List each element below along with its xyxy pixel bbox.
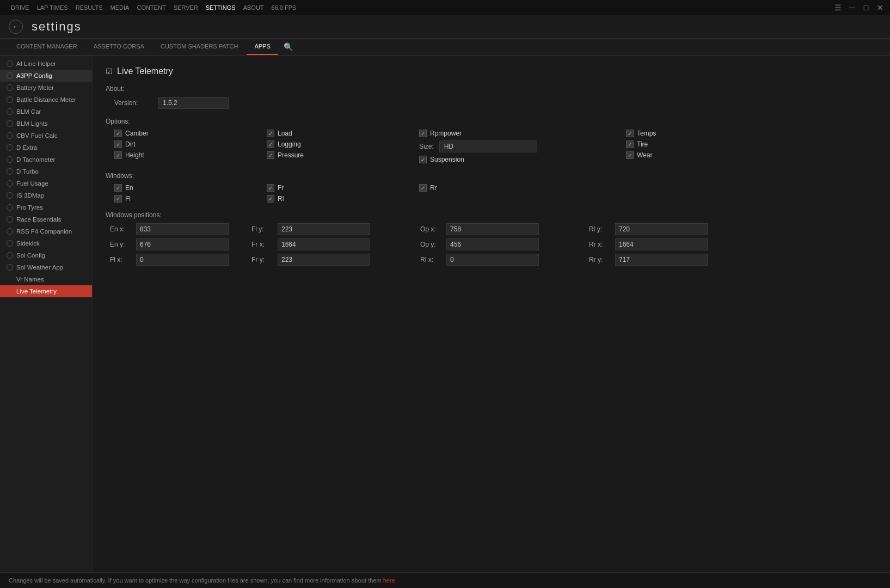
title-check-icon[interactable]: ☑ [106, 67, 113, 76]
checkbox-suspension[interactable]: Suspension [419, 156, 626, 163]
sidebar-dot [7, 108, 13, 115]
checkbox-wear[interactable]: Wear [626, 151, 778, 159]
checkbox-dirt[interactable]: Dirt [114, 140, 267, 148]
footer-text: Changes will be saved automatically. If … [9, 577, 382, 584]
search-icon[interactable]: 🔍 [284, 42, 293, 51]
logging-label: Logging [278, 140, 301, 148]
checkbox-en[interactable]: En [114, 184, 267, 192]
checkbox-rr[interactable]: Rr [419, 184, 572, 192]
en-checkbox[interactable] [114, 184, 122, 192]
version-input[interactable] [158, 97, 229, 109]
temps-checkbox[interactable] [626, 130, 634, 137]
positions-col2: Fl y: Fr x: Fr y: [251, 223, 420, 266]
rpmpower-label: Rpmpower [430, 130, 462, 137]
maximize-button[interactable]: □ [862, 3, 870, 12]
sidebar-item-battle-distance-meter[interactable]: Battle Distance Meter [0, 94, 92, 106]
checkbox-height[interactable]: Height [114, 151, 267, 159]
pos-opx-input[interactable] [446, 223, 539, 235]
nav-settings[interactable]: SETTINGS [206, 4, 236, 11]
size-input[interactable] [439, 140, 537, 152]
sidebar-item-a3pp-config[interactable]: A3PP Config [0, 70, 92, 82]
load-checkbox[interactable] [267, 130, 274, 137]
sidebar-item-race-essentials[interactable]: Race Essentials [0, 213, 92, 225]
pos-fly-input[interactable] [278, 223, 370, 235]
back-button[interactable]: ← [9, 20, 23, 34]
sidebar-dot [7, 84, 13, 91]
tab-assetto-corsa[interactable]: ASSETTO CORSA [86, 39, 152, 55]
sidebar-item-sol-weather-app[interactable]: Sol Weather App [0, 261, 92, 273]
tab-content-manager[interactable]: CONTENT MANAGER [9, 39, 85, 55]
sidebar-item-rss-f4[interactable]: RSS F4 Companion [0, 225, 92, 237]
nav-server[interactable]: SERVER [174, 4, 198, 11]
minimize-button[interactable]: ─ [848, 3, 856, 12]
checkbox-pressure[interactable]: Pressure [267, 151, 419, 159]
checkbox-temps[interactable]: Temps [626, 130, 778, 137]
checkbox-fl[interactable]: Fl [114, 195, 267, 203]
pos-flx-input[interactable] [136, 254, 229, 266]
windows-col1: En Fl [114, 184, 267, 203]
pos-enx-input[interactable] [136, 223, 229, 235]
sidebar-item-d-turbo[interactable]: D Turbo [0, 166, 92, 177]
wear-checkbox[interactable] [626, 151, 634, 159]
rr-checkbox[interactable] [419, 184, 427, 192]
sidebar-label: D Extra [16, 144, 37, 151]
nav-drive[interactable]: DRIVE [11, 4, 29, 11]
pos-rly-input[interactable] [615, 223, 708, 235]
nav-about[interactable]: ABOUT [243, 4, 264, 11]
sidebar-dot-active [7, 288, 13, 295]
sidebar-item-fuel-usage[interactable]: Fuel Usage [0, 177, 92, 189]
checkbox-camber[interactable]: Camber [114, 130, 267, 137]
about-section: About: Version: [106, 85, 877, 109]
nav-media[interactable]: MEDIA [111, 4, 130, 11]
sidebar-item-ai-line-helper[interactable]: AI Line Helper [0, 58, 92, 70]
pos-opy-input[interactable] [446, 238, 539, 250]
sidebar-item-pro-tyres[interactable]: Pro Tyres [0, 201, 92, 213]
nav-content[interactable]: CONTENT [137, 4, 165, 11]
pos-eny-input[interactable] [136, 238, 229, 250]
checkbox-logging[interactable]: Logging [267, 140, 419, 148]
sidebar-item-is-3dmap[interactable]: IS 3DMap [0, 189, 92, 201]
camber-checkbox[interactable] [114, 130, 122, 137]
sidebar-item-blm-car[interactable]: BLM Car [0, 106, 92, 118]
footer-link[interactable]: here. [383, 577, 397, 584]
checkbox-rl[interactable]: Rl [267, 195, 419, 203]
close-button[interactable]: ✕ [876, 3, 885, 12]
sidebar-label: Vr Names [16, 276, 44, 283]
height-checkbox[interactable] [114, 151, 122, 159]
checkbox-load[interactable]: Load [267, 130, 419, 137]
sidebar-item-cbv-fuel-calc[interactable]: CBV Fuel Calc [0, 130, 92, 142]
checkbox-tire[interactable]: Tire [626, 140, 778, 148]
tab-apps[interactable]: APPS [247, 39, 278, 55]
pos-frx-input[interactable] [278, 238, 370, 250]
pos-fry-input[interactable] [278, 254, 370, 266]
pos-rrx-input[interactable] [615, 238, 708, 250]
nav-results[interactable]: RESULTS [76, 4, 103, 11]
rl-checkbox[interactable] [267, 195, 274, 203]
nav-laptimes[interactable]: LAP TIMES [37, 4, 68, 11]
rpmpower-checkbox[interactable] [419, 130, 427, 137]
fr-checkbox[interactable] [267, 184, 274, 192]
fl-label: Fl [125, 195, 131, 203]
tire-checkbox[interactable] [626, 140, 634, 148]
pos-rlx-input[interactable] [446, 254, 539, 266]
sidebar-item-live-telemetry[interactable]: Live Telemetry [0, 285, 92, 297]
checkbox-rpmpower[interactable]: Rpmpower [419, 130, 626, 137]
pos-rry-label: Rr y: [589, 256, 612, 264]
sidebar-item-sol-config[interactable]: Sol Config [0, 249, 92, 261]
tab-custom-shaders[interactable]: CUSTOM SHADERS PATCH [153, 39, 245, 55]
sidebar-item-d-extra[interactable]: D Extra [0, 142, 92, 154]
sidebar-item-d-tachometer[interactable]: D Tachometer [0, 154, 92, 166]
sidebar-label: RSS F4 Companion [16, 228, 72, 235]
pos-rry-input[interactable] [615, 254, 708, 266]
menu-button[interactable]: ☰ [833, 3, 842, 12]
sidebar-item-sidekick[interactable]: Sidekick [0, 237, 92, 249]
pressure-checkbox[interactable] [267, 151, 274, 159]
window-controls: ☰ ─ □ ✕ [833, 3, 885, 12]
fl-checkbox[interactable] [114, 195, 122, 203]
logging-checkbox[interactable] [267, 140, 274, 148]
suspension-checkbox[interactable] [419, 156, 427, 163]
dirt-checkbox[interactable] [114, 140, 122, 148]
sidebar-item-blm-lights[interactable]: BLM Lights [0, 118, 92, 130]
checkbox-fr[interactable]: Fr [267, 184, 419, 192]
sidebar-item-battery-meter[interactable]: Battery Meter [0, 82, 92, 94]
